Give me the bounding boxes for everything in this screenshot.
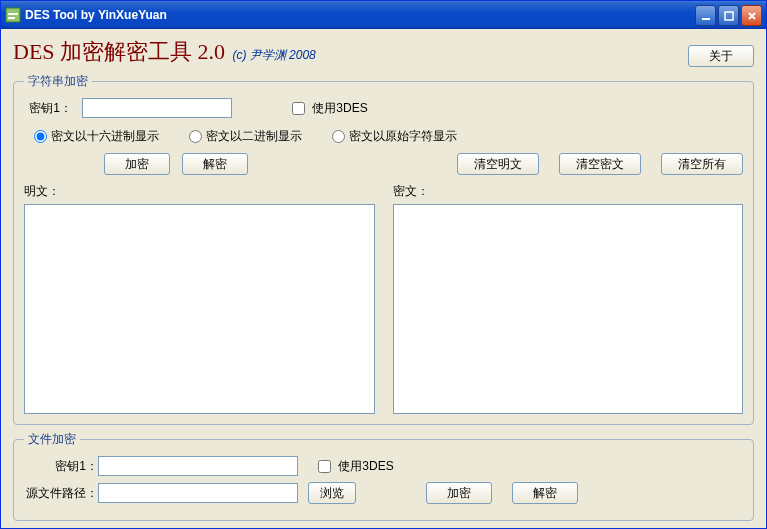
plaintext-textarea[interactable] [25, 205, 374, 413]
key1-input[interactable] [82, 98, 232, 118]
file-encrypt-group: 文件加密 密钥1： 使用3DES 源文件路径： 浏览 加密 解密 [13, 431, 754, 521]
ciphertext-textarea[interactable] [394, 205, 743, 413]
use-3des-checkbox-input[interactable] [292, 102, 305, 115]
svg-rect-2 [8, 17, 15, 19]
string-encrypt-group: 字符串加密 密钥1： 使用3DES 密文以十六进制显示 密文以二进制显示 密文以… [13, 73, 754, 425]
file-use-3des-label: 使用3DES [338, 459, 393, 473]
about-button[interactable]: 关于 [688, 45, 754, 67]
encrypt-button[interactable]: 加密 [104, 153, 170, 175]
src-path-input[interactable] [98, 483, 298, 503]
svg-rect-3 [702, 18, 710, 20]
app-heading: DES 加密解密工具 2.0 [13, 39, 225, 64]
file-encrypt-button[interactable]: 加密 [426, 482, 492, 504]
decrypt-button[interactable]: 解密 [182, 153, 248, 175]
window-close-button[interactable] [741, 5, 762, 26]
plaintext-label: 明文： [24, 183, 375, 200]
window-minimize-button[interactable] [695, 5, 716, 26]
file-encrypt-legend: 文件加密 [24, 431, 80, 448]
ciphertext-wrap [393, 204, 744, 414]
file-key1-label: 密钥1： [24, 458, 98, 475]
svg-rect-1 [8, 13, 18, 15]
window-titlebar: DES Tool by YinXueYuan [1, 1, 766, 29]
src-path-label: 源文件路径： [24, 485, 98, 502]
app-icon [5, 7, 21, 23]
browse-src-button[interactable]: 浏览 [308, 482, 356, 504]
file-use-3des-checkbox-input[interactable] [318, 460, 331, 473]
plaintext-wrap [24, 204, 375, 414]
file-use-3des-checkbox[interactable]: 使用3DES [318, 458, 394, 475]
ciphertext-label: 密文： [393, 183, 744, 200]
radio-hex[interactable]: 密文以十六进制显示 [34, 128, 159, 145]
file-key1-input[interactable] [98, 456, 298, 476]
key1-label: 密钥1： [24, 100, 72, 117]
window-title: DES Tool by YinXueYuan [25, 8, 167, 22]
radio-bin[interactable]: 密文以二进制显示 [189, 128, 302, 145]
use-3des-checkbox[interactable]: 使用3DES [292, 100, 368, 117]
clear-all-button[interactable]: 清空所有 [661, 153, 743, 175]
clear-plaintext-button[interactable]: 清空明文 [457, 153, 539, 175]
copyright-text: (c) 尹学渊 2008 [232, 48, 315, 62]
clear-ciphertext-button[interactable]: 清空密文 [559, 153, 641, 175]
string-encrypt-legend: 字符串加密 [24, 73, 92, 90]
client-area: DES 加密解密工具 2.0 (c) 尹学渊 2008 关于 字符串加密 密钥1… [1, 29, 766, 528]
window-maximize-button[interactable] [718, 5, 739, 26]
radio-raw[interactable]: 密文以原始字符显示 [332, 128, 457, 145]
use-3des-label: 使用3DES [312, 101, 367, 115]
file-decrypt-button[interactable]: 解密 [512, 482, 578, 504]
svg-rect-4 [725, 12, 733, 20]
